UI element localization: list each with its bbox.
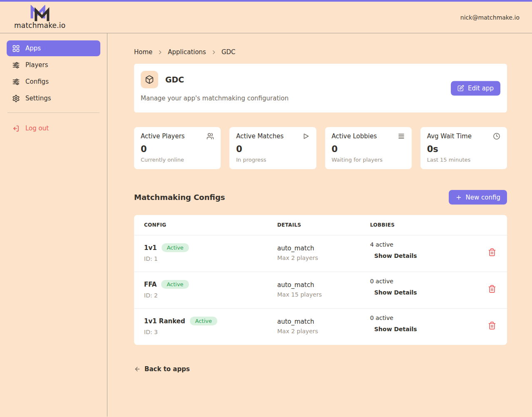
config-name: 1v1 xyxy=(144,244,157,252)
trash-icon xyxy=(488,248,496,257)
chevron-right-icon xyxy=(211,50,216,55)
stat-value: 0 xyxy=(332,144,405,154)
delete-config-button[interactable] xyxy=(487,320,497,332)
app-icon-box xyxy=(141,71,158,88)
brand-logo[interactable]: matchmake.io xyxy=(14,5,65,30)
brand-name: matchmake.io xyxy=(14,21,65,30)
stat-value: 0 xyxy=(236,144,309,154)
main-content: Home Applications GDC GDC Manage your xyxy=(107,33,532,417)
lobby-count: 0 active xyxy=(370,315,478,321)
box-icon xyxy=(145,75,154,84)
config-id: ID: 2 xyxy=(144,292,277,299)
show-details-link[interactable]: Show Details xyxy=(374,289,417,296)
sidebar-item-label: Settings xyxy=(25,95,51,102)
stat-value: 0s xyxy=(427,144,500,154)
user-email: nick@matchmake.io xyxy=(460,14,520,21)
stat-card-active-lobbies: Active Lobbies 0 Waiting for players xyxy=(325,127,412,169)
show-details-link[interactable]: Show Details xyxy=(374,326,417,332)
plus-icon xyxy=(455,194,462,201)
users-icon xyxy=(206,132,214,140)
play-icon xyxy=(302,132,310,140)
sidebar-item-label: Players xyxy=(25,61,48,69)
stat-title: Active Players xyxy=(141,132,185,140)
stat-card-avg-wait-time: Avg Wait Time 0s Last 15 minutes xyxy=(420,127,507,169)
column-header-details: DETAILS xyxy=(277,222,370,228)
column-header-lobbies: LOBBIES xyxy=(370,222,478,228)
table-row: 1v1 Active ID: 1 auto_match Max 2 player… xyxy=(134,235,507,272)
stat-card-active-matches: Active Matches 0 In progress xyxy=(229,127,316,169)
breadcrumb-applications[interactable]: Applications xyxy=(168,48,206,56)
logout-icon xyxy=(12,125,20,132)
config-name: FFA xyxy=(144,281,157,288)
delete-config-button[interactable] xyxy=(487,284,497,295)
config-capacity: Max 2 players xyxy=(277,255,370,261)
gear-icon xyxy=(12,95,20,102)
table-row: FFA Active ID: 2 auto_match Max 15 playe… xyxy=(134,272,507,308)
trash-icon xyxy=(488,285,496,293)
app-bar: matchmake.io nick@matchmake.io xyxy=(0,2,532,33)
page-title: GDC xyxy=(165,75,184,84)
config-mode: auto_match xyxy=(277,245,370,252)
chevron-right-icon xyxy=(157,50,163,55)
column-header-config: CONFIG xyxy=(144,222,277,228)
sidebar: Apps Players Configs Settings xyxy=(0,33,107,417)
logout-label: Log out xyxy=(25,125,49,132)
configs-section-title: Matchmaking Configs xyxy=(134,193,225,202)
back-to-apps-label: Back to apps xyxy=(144,365,190,373)
back-to-apps-link[interactable]: Back to apps xyxy=(134,365,190,373)
grid-icon xyxy=(12,45,20,52)
matchmake-logo-icon xyxy=(28,5,52,22)
sliders-icon xyxy=(12,78,20,86)
stat-caption: In progress xyxy=(236,157,309,163)
breadcrumb: Home Applications GDC xyxy=(134,48,507,56)
table-header-row: CONFIG DETAILS LOBBIES xyxy=(134,215,507,235)
stat-value: 0 xyxy=(141,144,214,154)
edit-app-label: Edit app xyxy=(468,85,494,92)
config-capacity: Max 15 players xyxy=(277,291,370,298)
lobby-count: 0 active xyxy=(370,278,478,285)
arrow-left-icon xyxy=(134,366,141,372)
sidebar-item-apps[interactable]: Apps xyxy=(7,40,100,56)
status-badge: Active xyxy=(161,280,189,289)
edit-pencil-icon xyxy=(457,85,464,92)
logout-button[interactable]: Log out xyxy=(7,120,100,136)
sidebar-item-players[interactable]: Players xyxy=(7,57,100,73)
clock-icon xyxy=(493,132,500,140)
config-id: ID: 3 xyxy=(144,329,277,335)
config-mode: auto_match xyxy=(277,281,370,289)
rows-icon xyxy=(398,132,405,140)
stat-title: Active Lobbies xyxy=(332,132,377,140)
config-id: ID: 1 xyxy=(144,255,277,262)
table-row: 1v1 Ranked Active ID: 3 auto_match Max 2… xyxy=(134,308,507,345)
config-name: 1v1 Ranked xyxy=(144,317,185,325)
new-config-label: New config xyxy=(466,194,500,201)
status-badge: Active xyxy=(162,243,189,252)
stat-title: Active Matches xyxy=(236,132,283,140)
stats-row: Active Players 0 Currently online Active… xyxy=(134,127,507,169)
stat-caption: Waiting for players xyxy=(332,157,405,163)
edit-app-button[interactable]: Edit app xyxy=(451,81,500,95)
page-subtitle: Manage your app's matchmaking configurat… xyxy=(141,95,500,102)
app-header-card: GDC Manage your app's matchmaking config… xyxy=(134,64,507,112)
stat-card-active-players: Active Players 0 Currently online xyxy=(134,127,221,169)
stat-caption: Currently online xyxy=(141,157,214,163)
config-capacity: Max 2 players xyxy=(277,328,370,335)
status-badge: Active xyxy=(190,317,217,325)
sidebar-divider xyxy=(7,112,99,113)
sidebar-item-configs[interactable]: Configs xyxy=(7,74,100,90)
configs-table: CONFIG DETAILS LOBBIES 1v1 Active ID: 1 … xyxy=(134,215,507,345)
breadcrumb-current: GDC xyxy=(221,48,236,56)
stat-caption: Last 15 minutes xyxy=(427,157,500,163)
show-details-link[interactable]: Show Details xyxy=(374,252,417,259)
new-config-button[interactable]: New config xyxy=(449,190,507,205)
config-mode: auto_match xyxy=(277,318,370,325)
lobby-count: 4 active xyxy=(370,241,478,248)
sidebar-item-settings[interactable]: Settings xyxy=(7,90,100,106)
delete-config-button[interactable] xyxy=(487,247,497,259)
sidebar-item-label: Configs xyxy=(25,78,49,85)
sliders-icon xyxy=(12,61,20,69)
sidebar-item-label: Apps xyxy=(25,45,41,52)
breadcrumb-home[interactable]: Home xyxy=(134,48,152,56)
stat-title: Avg Wait Time xyxy=(427,132,472,140)
trash-icon xyxy=(488,321,496,330)
